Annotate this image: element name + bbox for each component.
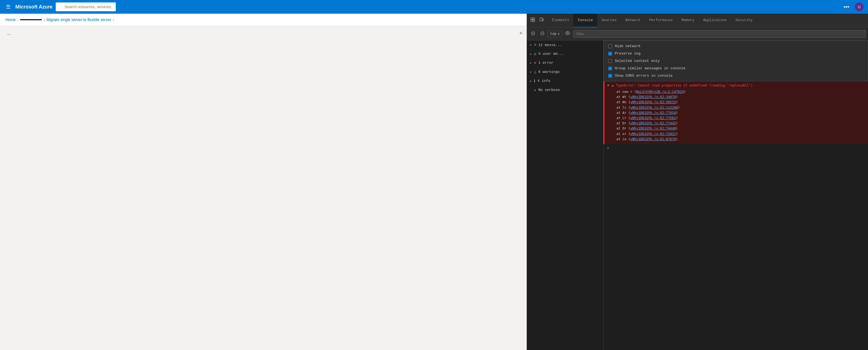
svg-rect-2 (531, 20, 532, 22)
stack-link-9[interactable]: vNhy1D61GYb.js:62:87676 (630, 137, 676, 141)
error-block: ▶ ⊗ TypeError: Cannot read properties of… (603, 81, 868, 144)
checkbox-preserve-log[interactable] (608, 52, 612, 56)
sidebar-item-error[interactable]: ▶ ⊗ 1 error (527, 58, 603, 67)
tab-network[interactable]: Network (621, 14, 645, 27)
messages-label: 11 messa... (538, 43, 562, 47)
dropdown-show-cors[interactable]: Show CORS errors in console (604, 72, 868, 79)
breadcrumb-sep-1: › (17, 18, 19, 22)
svg-rect-1 (533, 18, 535, 20)
sidebar-item-messages[interactable]: ▶ ≡ 11 messa... (527, 40, 603, 49)
hide-network-label: Hide network (615, 44, 641, 48)
error-label: 1 error (538, 61, 553, 65)
tab-memory[interactable]: Memory (677, 14, 699, 27)
stack-link-8[interactable]: vNhy1D61GYb.js:62:72021 (630, 132, 676, 136)
stack-line-4: at Ar (vNhy1D61GYb.js:62:77654) (616, 110, 865, 115)
breadcrumb-sep-3: › (113, 18, 114, 22)
info-label: 4 info (537, 79, 550, 83)
stack-link-2[interactable]: vNhy1D61GYb.js:62:50533 (630, 100, 676, 104)
filter-input[interactable] (573, 30, 866, 38)
ellipsis-button[interactable]: ... (5, 30, 12, 36)
warning-label: 6 warnings (538, 70, 560, 74)
sidebar-item-warning[interactable]: ▶ △ 6 warnings (527, 67, 603, 76)
tab-application[interactable]: Application (699, 14, 731, 27)
group-similar-label: Group similar messages in console (615, 66, 685, 70)
search-input[interactable] (56, 2, 116, 11)
dropdown-group-similar[interactable]: Group similar messages in console (604, 65, 868, 72)
preserve-log-label: Preserve log (615, 51, 641, 56)
azure-logo: Microsoft Azure (16, 4, 53, 10)
avatar[interactable]: U (855, 2, 864, 11)
verbose-icon: ✦ (534, 88, 536, 92)
close-button[interactable]: × (519, 30, 522, 36)
tab-sources[interactable]: Sources (597, 14, 621, 27)
stack-line-8: at xr (vNhy1D61GYb.js:62:72021) (616, 132, 865, 137)
stack-line-2: at Wn (vNhy1D61GYb.js:62:50533) (616, 100, 865, 105)
messages-icon: ≡ (534, 43, 536, 47)
page-content: ... × (0, 26, 527, 350)
stack-link-7[interactable]: vNhy1D61GYb.js:62:74440 (630, 127, 676, 130)
dropdown-hide-network[interactable]: Hide network (604, 42, 868, 50)
inspect-icon[interactable] (529, 16, 536, 25)
checkbox-selected-context[interactable] (608, 59, 612, 63)
stack-link-4[interactable]: vNhy1D61GYb.js:62:77654 (630, 111, 676, 115)
breadcrumb-page[interactable]: Migrate single server to flexible server (46, 18, 111, 22)
devtools-console: Hide network Preserve log Selected conte… (603, 40, 868, 350)
console-dropdown: Hide network Preserve log Selected conte… (603, 40, 868, 81)
error-header: ▶ ⊗ TypeError: Cannot read properties of… (608, 83, 865, 88)
sidebar-item-user[interactable]: ▶ ◎ 5 user me... (527, 49, 603, 58)
devtools-content: ▶ ≡ 11 messa... ▶ ◎ 5 user me... ▶ ⊗ 1 e… (527, 40, 868, 350)
dropdown-selected-context[interactable]: Selected context only (604, 57, 868, 65)
hamburger-menu[interactable]: ☰ (4, 2, 12, 11)
breadcrumb-resource[interactable] (20, 19, 42, 20)
eye-icon-button[interactable] (563, 30, 572, 38)
breadcrumb-home[interactable]: Home (5, 18, 16, 22)
verbose-label: No verbose (538, 88, 560, 92)
filter-button[interactable] (538, 30, 547, 38)
selected-context-label: Selected context only (615, 59, 660, 63)
svg-point-11 (567, 32, 568, 34)
devtools-toolbar: top ▾ (527, 27, 868, 40)
sidebar-item-info[interactable]: ▶ ℹ 4 info (527, 76, 603, 85)
checkbox-group-similar[interactable] (608, 67, 612, 70)
sidebar-item-verbose[interactable]: ▶ ✦ No verbose (527, 85, 603, 95)
prompt-arrow-icon: > (607, 146, 609, 151)
checkbox-hide-network[interactable] (608, 44, 612, 48)
info-icon: ℹ (534, 79, 535, 83)
stack-link-3[interactable]: vNhy1D61GYb.js:62:112200 (630, 106, 678, 110)
context-dropdown[interactable]: top ▾ (548, 31, 562, 37)
stack-link-5[interactable]: vNhy1D61GYb.js:62:77582 (630, 116, 676, 120)
devtools-tabs: Elements Console Sources Network Perform… (527, 14, 868, 27)
user-messages-icon: ◎ (534, 51, 536, 56)
breadcrumb-sep-2: › (43, 18, 45, 22)
svg-rect-3 (533, 20, 535, 22)
devtools-tool-icons (527, 16, 548, 25)
device-icon[interactable] (538, 16, 546, 25)
error-message-text: TypeError: Cannot read properties of und… (616, 83, 753, 88)
error-stack-trace: at new r (BoLVvtXOrn2B.js:2:147624) at W… (608, 89, 865, 142)
stack-line-0: at new r (BoLVvtXOrn2B.js:2:147624) (616, 89, 865, 95)
breadcrumb: Home › › Migrate single server to flexib… (0, 14, 527, 26)
tab-elements[interactable]: Elements (548, 14, 574, 27)
stack-link-1[interactable]: vNhy1D61GYb.js:62:34078 (630, 95, 676, 99)
tab-security[interactable]: Security (731, 14, 757, 27)
show-cors-label: Show CORS errors in console (615, 74, 673, 78)
stack-link-0[interactable]: BoLVvtXOrn2B.js:2:147624 (636, 90, 684, 94)
clear-console-button[interactable] (529, 30, 537, 38)
more-options-button[interactable]: ••• (841, 3, 851, 11)
stack-line-6: at Dr (vNhy1D61GYb.js:62:77445) (616, 121, 865, 126)
checkbox-show-cors[interactable] (608, 74, 612, 78)
chevron-info-icon: ▶ (530, 79, 532, 83)
dropdown-preserve-log[interactable]: Preserve log (604, 50, 868, 57)
error-icon: ⊗ (534, 61, 536, 65)
chevron-messages-icon: ▶ (530, 43, 532, 46)
stack-link-6[interactable]: vNhy1D61GYb.js:62:77445 (630, 121, 676, 125)
error-expand-icon[interactable]: ▶ (608, 83, 609, 87)
devtools-panel: Elements Console Sources Network Perform… (527, 14, 868, 350)
svg-line-7 (532, 33, 534, 34)
tab-performance[interactable]: Performance (645, 14, 677, 27)
error-circle-icon: ⊗ (612, 83, 614, 88)
chevron-user-icon: ▶ (530, 52, 532, 56)
warning-icon: △ (534, 70, 536, 74)
svg-rect-4 (540, 18, 542, 21)
tab-console[interactable]: Console (574, 14, 597, 27)
